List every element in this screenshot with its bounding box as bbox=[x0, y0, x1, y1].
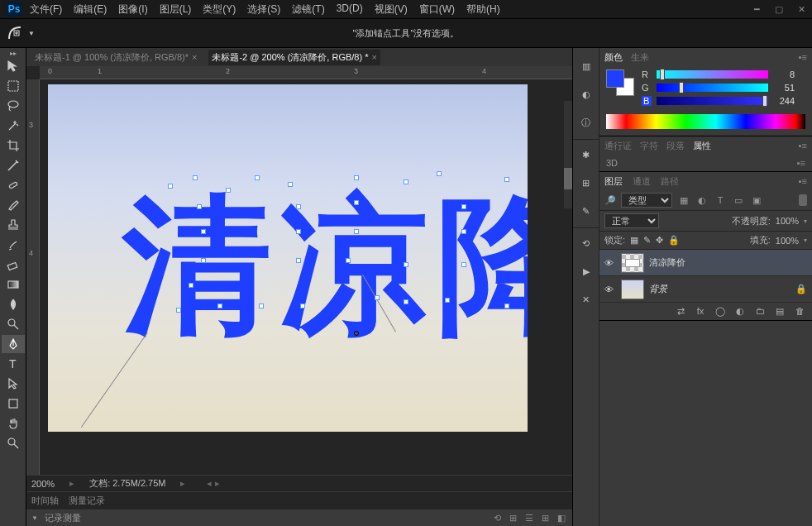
doc-tab-1[interactable]: 未标题-1 @ 100% (清凉降价, RGB/8)*× bbox=[31, 50, 200, 65]
ruler-top[interactable]: 0 1 2 3 4 bbox=[40, 66, 572, 79]
paths-tab[interactable]: 路径 bbox=[661, 175, 679, 188]
path-anchor[interactable] bbox=[375, 295, 380, 300]
current-tool[interactable]: ▼ bbox=[7, 25, 35, 41]
brush-tool[interactable] bbox=[2, 196, 25, 214]
lock-brush-icon[interactable]: ✎ bbox=[643, 235, 651, 246]
menu-image[interactable]: 图像(I) bbox=[118, 2, 147, 17]
path-anchor[interactable] bbox=[193, 175, 198, 180]
eyedropper-tool[interactable] bbox=[2, 156, 25, 175]
ruler-left[interactable]: 3 4 bbox=[26, 79, 40, 475]
path-anchor[interactable] bbox=[226, 188, 231, 193]
actions-icon[interactable]: ▶ bbox=[575, 260, 598, 283]
path-anchor[interactable] bbox=[461, 204, 466, 209]
spectrum-picker[interactable] bbox=[606, 114, 805, 129]
swatches-tab[interactable]: 生来 bbox=[631, 51, 649, 64]
color-swatches[interactable] bbox=[606, 69, 634, 96]
blur-tool[interactable] bbox=[2, 295, 25, 313]
status-icon[interactable]: ⊞ bbox=[542, 513, 549, 524]
path-anchor[interactable] bbox=[461, 229, 466, 234]
layer-row-background[interactable]: 👁 背景 🔒 bbox=[599, 276, 812, 303]
filter-adjust-icon[interactable]: ◐ bbox=[695, 194, 709, 207]
path-anchor[interactable] bbox=[296, 258, 301, 263]
close-icon[interactable]: ✕ bbox=[798, 4, 805, 15]
record-measure[interactable]: 记录测量 bbox=[45, 512, 81, 524]
anchor-point[interactable] bbox=[354, 331, 359, 336]
layer-thumb[interactable] bbox=[621, 280, 644, 299]
stamp-tool[interactable] bbox=[2, 216, 25, 234]
menu-select[interactable]: 选择(S) bbox=[247, 2, 280, 17]
menu-window[interactable]: 窗口(W) bbox=[419, 2, 455, 17]
panel-menu-icon[interactable]: ▪≡ bbox=[797, 158, 805, 168]
mask-icon[interactable]: ◯ bbox=[714, 306, 726, 317]
path-anchor[interactable] bbox=[176, 308, 181, 313]
path-anchor[interactable] bbox=[354, 200, 359, 205]
filter-type-icon[interactable]: T bbox=[714, 194, 727, 207]
brush-preset-icon[interactable]: ✱ bbox=[575, 143, 598, 166]
measure-panel-tab[interactable]: 测量记录 bbox=[69, 495, 105, 507]
layer-name[interactable]: 背景 bbox=[649, 283, 667, 295]
path-anchor[interactable] bbox=[346, 258, 351, 263]
layer-thumb[interactable] bbox=[621, 253, 644, 273]
b-slider[interactable] bbox=[657, 97, 768, 105]
zoom-tool[interactable] bbox=[2, 434, 25, 452]
path-anchor[interactable] bbox=[404, 299, 408, 304]
lock-position-icon[interactable]: ✥ bbox=[656, 235, 663, 246]
path-anchor[interactable] bbox=[437, 171, 442, 176]
visibility-icon[interactable]: 👁 bbox=[604, 258, 616, 268]
path-anchor[interactable] bbox=[259, 304, 264, 308]
g-slider[interactable] bbox=[657, 84, 768, 92]
menu-3d[interactable]: 3D(D) bbox=[337, 2, 363, 17]
menu-file[interactable]: 文件(F) bbox=[30, 2, 62, 17]
doc-tab-2[interactable]: 未标题-2 @ 200% (清凉降价, RGB/8) *× bbox=[208, 50, 380, 65]
filter-shape-icon[interactable]: ▭ bbox=[732, 194, 745, 207]
collapse-icon[interactable]: ▼ bbox=[31, 514, 38, 522]
doc-info[interactable]: 文档: 2.75M/2.75M bbox=[89, 477, 165, 490]
r-slider[interactable] bbox=[657, 70, 768, 79]
hand-tool[interactable] bbox=[2, 414, 25, 433]
props-tab-2[interactable]: 字符 bbox=[640, 140, 658, 152]
canvas[interactable]: 清凉降 bbox=[48, 84, 528, 432]
path-anchor[interactable] bbox=[197, 204, 202, 209]
path-anchor[interactable] bbox=[445, 298, 450, 303]
b-value[interactable]: 244 bbox=[773, 96, 795, 106]
path-anchor[interactable] bbox=[461, 262, 466, 267]
lock-pixels-icon[interactable]: ▦ bbox=[630, 235, 638, 246]
path-anchor[interactable] bbox=[168, 184, 173, 189]
histogram-icon[interactable]: ▥ bbox=[575, 55, 598, 78]
path-anchor[interactable] bbox=[354, 229, 359, 234]
blend-mode-select[interactable]: 正常 bbox=[604, 213, 659, 228]
status-icon[interactable]: ⊞ bbox=[509, 513, 517, 524]
path-anchor[interactable] bbox=[217, 304, 222, 308]
status-icon[interactable]: ☰ bbox=[525, 513, 533, 524]
vertical-scrollbar[interactable] bbox=[564, 101, 572, 208]
path-anchor[interactable] bbox=[255, 175, 260, 180]
type-tool[interactable]: T bbox=[2, 355, 25, 373]
history-brush-tool[interactable] bbox=[2, 236, 25, 254]
bezier-handle[interactable] bbox=[81, 332, 148, 428]
filter-smart-icon[interactable]: ▣ bbox=[750, 194, 763, 207]
menu-view[interactable]: 视图(V) bbox=[375, 2, 408, 17]
group-icon[interactable]: 🗀 bbox=[754, 306, 766, 317]
layers-tab[interactable]: 图层 bbox=[604, 175, 623, 188]
opacity-value[interactable]: 100% bbox=[776, 216, 799, 226]
doc-tab-1-close-icon[interactable]: × bbox=[192, 52, 197, 62]
move-tool[interactable] bbox=[2, 57, 25, 75]
options-icon[interactable]: ✕ bbox=[575, 288, 598, 311]
eraser-tool[interactable] bbox=[2, 256, 25, 274]
lock-all-icon[interactable]: 🔒 bbox=[668, 235, 680, 246]
props-tab-1[interactable]: 通行证 bbox=[604, 140, 632, 152]
wand-tool[interactable] bbox=[2, 117, 25, 135]
link-icon[interactable]: ⇄ bbox=[675, 306, 686, 317]
path-anchor[interactable] bbox=[288, 182, 293, 187]
history-icon[interactable]: ⟲ bbox=[575, 232, 598, 255]
props-tab-4[interactable]: 属性 bbox=[693, 140, 711, 152]
menu-layer[interactable]: 图层(L) bbox=[160, 2, 192, 17]
navigator-icon[interactable]: ◐ bbox=[575, 83, 598, 106]
maximize-icon[interactable]: ▢ bbox=[775, 4, 783, 15]
adjust-layer-icon[interactable]: ◐ bbox=[734, 306, 746, 317]
dodge-tool[interactable] bbox=[2, 315, 25, 333]
collapse-icon[interactable]: ▸▸ bbox=[0, 50, 26, 57]
path-anchor[interactable] bbox=[296, 204, 301, 209]
color-tab[interactable]: 颜色 bbox=[604, 51, 623, 64]
layer-row-text[interactable]: 👁 清凉降价 bbox=[599, 250, 812, 276]
